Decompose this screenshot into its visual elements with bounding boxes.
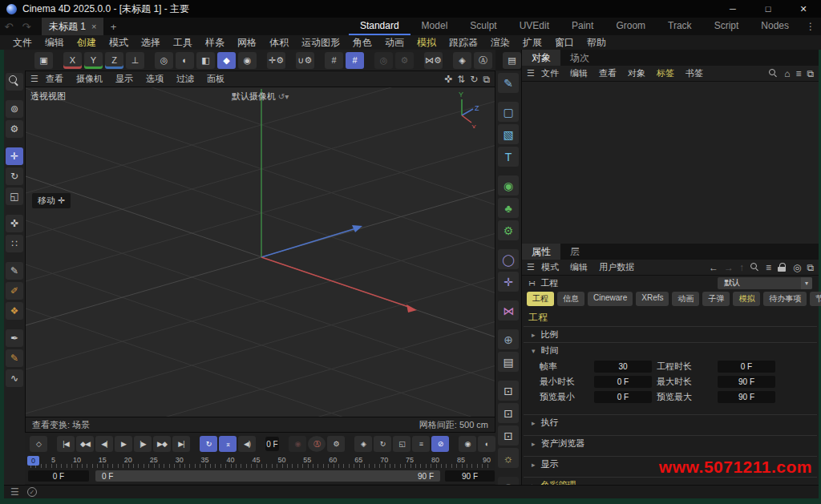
panel-tab[interactable]: 层 <box>560 244 589 260</box>
spline-pen-icon[interactable]: ✎ <box>6 262 23 280</box>
menu-item[interactable]: 创建 <box>71 36 103 50</box>
key-rotation-icon[interactable]: ↻ <box>374 436 391 452</box>
goto-start-icon[interactable]: |◀ <box>57 436 75 452</box>
mirror-gear-icon[interactable]: ⚙ <box>395 52 414 69</box>
field-input[interactable]: 90 F <box>718 376 775 388</box>
lock-keys-icon[interactable]: ◉ <box>459 436 476 452</box>
grid-icon[interactable]: # <box>325 52 343 69</box>
minimize-button[interactable]: ─ <box>715 0 750 18</box>
dolly-view-icon[interactable]: ⇅ <box>457 74 465 85</box>
menu-item[interactable]: 网格 <box>231 36 263 50</box>
menu-item[interactable]: 样条 <box>199 36 231 50</box>
menu-item[interactable]: 帮助 <box>580 36 613 50</box>
am-filter-icon[interactable]: ≡ <box>766 262 771 273</box>
close-button[interactable]: ✕ <box>786 0 821 18</box>
spline-pen-tool-icon[interactable]: ✎ <box>498 73 519 93</box>
am-search-icon[interactable] <box>750 262 760 272</box>
orbit-view-icon[interactable]: ↻ <box>470 74 478 85</box>
lock-icon[interactable] <box>777 262 787 272</box>
object-tree[interactable] <box>522 82 819 244</box>
lock-x-axis-icon[interactable]: X <box>63 52 82 69</box>
camera-dropdown-icon[interactable]: ▾ <box>285 92 289 101</box>
attribute-chip[interactable]: 动画 <box>672 292 699 306</box>
edges-mode-icon[interactable]: ◐ <box>176 52 194 69</box>
collapsed-section[interactable]: ▸执行 <box>524 414 817 430</box>
om-menu-view[interactable]: 查看 <box>594 67 621 79</box>
spline-points-icon[interactable]: ❖ <box>6 302 23 320</box>
add-tab-button[interactable]: + <box>103 18 123 35</box>
preset-dropdown[interactable]: 默认 ▾ <box>718 277 812 289</box>
keying-settings-icon[interactable]: ⚙ <box>327 436 345 452</box>
forward-icon[interactable]: → <box>724 262 734 273</box>
workplane-icon[interactable]: Ⓐ <box>474 52 492 69</box>
menu-item[interactable]: 模式 <box>103 36 135 50</box>
viewport-menu-filter[interactable]: 过滤 <box>171 73 200 85</box>
deformer-torus-icon[interactable]: ◯ <box>498 249 519 269</box>
collapsed-section[interactable]: ▸资产浏览器 <box>524 435 817 451</box>
camera-label[interactable]: 默认摄像机 ↺▾ <box>26 91 495 103</box>
attribute-chip[interactable]: 信息 <box>557 292 584 306</box>
menu-item[interactable]: 渲染 <box>484 36 516 50</box>
keyframe-mode-icon[interactable]: ⌅ <box>219 436 237 452</box>
lock-y-axis-icon[interactable]: Y <box>84 52 103 69</box>
workspace-menu-dots-icon[interactable]: ⋮ <box>800 18 821 35</box>
field-input[interactable]: 0 F <box>594 391 652 403</box>
attribute-chip[interactable]: Cineware <box>588 292 633 306</box>
field-input[interactable]: 0 F <box>594 376 652 388</box>
panel-tab[interactable]: 场次 <box>560 50 599 66</box>
menu-item[interactable]: 体积 <box>263 36 295 50</box>
tweak-gear-icon[interactable]: ⚙ <box>6 120 23 138</box>
section-time[interactable]: ▾ 时间 <box>524 342 817 358</box>
symmetry-icon[interactable]: ⋈⚙ <box>424 52 443 69</box>
om-menu-edit[interactable]: 编辑 <box>565 67 592 79</box>
scale-icon[interactable]: ◱ <box>6 187 23 205</box>
attribute-chip[interactable]: 模拟 <box>733 292 760 306</box>
menu-item[interactable]: 运动图形 <box>295 36 346 50</box>
spline-primitive-icon[interactable]: ▢ <box>498 102 519 122</box>
viewport-menu-panel[interactable]: 面板 <box>201 73 230 85</box>
render-view-icon[interactable]: ▤ <box>503 52 521 69</box>
field-icon[interactable]: ⋈ <box>498 300 519 321</box>
camera-stereo-icon[interactable]: ⊡ <box>498 381 519 401</box>
redo-icon[interactable]: ↷ <box>18 18 35 35</box>
text-primitive-icon[interactable]: T <box>498 147 519 167</box>
palette-icon[interactable]: ▣ <box>34 52 53 69</box>
viewport-menu-camera[interactable]: 摄像机 <box>71 73 108 85</box>
modeling-axis-icon[interactable]: ◈ <box>453 52 471 69</box>
pan-view-icon[interactable]: ✜ <box>444 74 452 85</box>
current-frame-field[interactable]: 0 F <box>265 437 279 451</box>
key-parameter-icon[interactable]: ≡ <box>412 436 430 452</box>
move-icon[interactable]: ✛ <box>6 147 23 165</box>
menu-item[interactable]: 动画 <box>378 36 410 50</box>
undo-icon[interactable]: ↶ <box>0 18 18 35</box>
record-dot-icon[interactable]: ◉ <box>289 436 306 452</box>
viewport[interactable]: ☰ 查看 摄像机 显示 选项 过滤 面板 ✜ ⇅ ↻ ⧉ <box>25 71 495 433</box>
search-icon[interactable] <box>6 73 23 91</box>
brush-icon[interactable]: ✒ <box>6 329 23 347</box>
panel-tab[interactable]: 对象 <box>522 50 560 66</box>
document-tab[interactable]: 未标题 1 × <box>42 18 103 35</box>
cloner-icon[interactable]: ♣ <box>498 198 519 218</box>
range-end-field[interactable]: 90 F <box>445 470 495 482</box>
field-input[interactable]: 0 F <box>718 361 775 373</box>
workspace-tab[interactable]: Script <box>703 18 750 35</box>
am-menu-edit[interactable]: 编辑 <box>565 261 592 273</box>
status-hamburger-icon[interactable]: ☰ <box>10 486 19 498</box>
stage-object-icon[interactable]: ▤ <box>498 352 519 372</box>
viewport-canvas[interactable]: 透视视图 默认摄像机 ↺▾ 移动 ✛ Y Z X <box>26 87 495 417</box>
om-filter-icon[interactable]: ≡ <box>795 68 801 79</box>
prev-key-icon[interactable]: ◆◀ <box>76 436 94 452</box>
soft-transform-icon[interactable]: ∷ <box>6 235 23 252</box>
loop-playback-icon[interactable]: ↻ <box>200 436 217 452</box>
prev-frame-icon[interactable]: ◀| <box>95 436 113 452</box>
attribute-chip[interactable]: 子弹 <box>702 292 730 306</box>
sky-object-icon[interactable]: ⊕ <box>498 329 519 349</box>
am-hamburger-icon[interactable]: ☰ <box>527 262 535 272</box>
cube-primitive-icon[interactable]: ▧ <box>498 124 519 144</box>
viewport-menu-display[interactable]: 显示 <box>110 73 139 85</box>
goto-end-icon[interactable]: ▶| <box>172 436 190 452</box>
timeline-ruler[interactable]: 051015202530354045505560657075808590 0 <box>25 455 495 470</box>
attribute-chip[interactable]: 节点 <box>810 292 821 306</box>
attribute-chip[interactable]: XRefs <box>636 292 669 306</box>
subdivision-surface-icon[interactable]: ◉ <box>498 175 519 196</box>
